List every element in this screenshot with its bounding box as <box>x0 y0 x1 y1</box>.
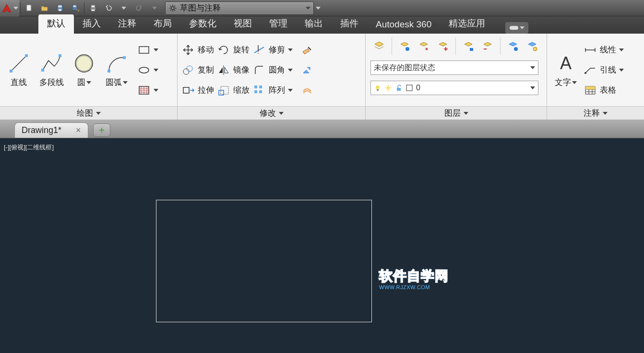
mirror-button[interactable]: 镜像 <box>217 61 250 79</box>
undo-dropdown[interactable] <box>116 1 131 15</box>
rectangle-button[interactable] <box>137 41 158 59</box>
arc-button[interactable]: 圆弧 <box>102 37 131 103</box>
scale-button[interactable]: 缩放 <box>217 82 250 99</box>
svg-rect-29 <box>259 85 262 88</box>
layer-match-button[interactable] <box>479 37 496 55</box>
layer-off-button[interactable] <box>396 37 413 55</box>
svg-rect-38 <box>377 89 379 91</box>
panel-draw: 直线 多段线 圆 圆弧 绘图 <box>0 34 178 120</box>
trim-button[interactable]: 修剪 <box>252 41 293 59</box>
move-button[interactable]: 移动 <box>181 41 214 59</box>
redo-dropdown[interactable] <box>147 1 162 15</box>
document-tab-label: Drawing1* <box>22 125 61 135</box>
watermark-text: 软件自学网 <box>379 267 449 285</box>
print-icon[interactable] <box>85 1 101 15</box>
plus-icon <box>98 126 106 134</box>
tab-annotate[interactable]: 注释 <box>109 14 145 34</box>
svg-rect-32 <box>303 49 309 54</box>
tab-default[interactable]: 默认 <box>38 14 74 34</box>
explode-button[interactable] <box>298 61 316 79</box>
layer-off-icon <box>399 40 410 52</box>
drawing-canvas[interactable]: [-][俯视][二维线框] 软件自学网 WWW.RJZXW.COM <box>0 138 644 353</box>
svg-text:A: A <box>560 53 572 73</box>
layer-freeze-button[interactable] <box>434 37 452 55</box>
table-button[interactable]: 表格 <box>584 82 624 99</box>
dim-linear-button[interactable]: 线性 <box>584 41 624 59</box>
panel-layer: 未保存的图层状态 0 图层 <box>366 34 547 120</box>
tab-insert[interactable]: 插入 <box>74 14 109 34</box>
rotate-icon <box>217 43 230 57</box>
svg-rect-18 <box>107 70 110 73</box>
quick-access-toolbar: 草图与注释 <box>0 0 644 16</box>
svg-point-36 <box>533 47 537 51</box>
workspace-dropdown[interactable]: 草图与注释 <box>165 1 314 15</box>
ribbon: 直线 多段线 圆 圆弧 绘图 移动 <box>0 34 644 120</box>
close-tab-icon[interactable]: × <box>76 125 81 135</box>
array-button[interactable]: 阵列 <box>252 82 293 99</box>
explode-icon <box>301 64 313 76</box>
arc-icon <box>105 52 128 75</box>
tab-manage[interactable]: 管理 <box>261 14 296 34</box>
panel-modify-title[interactable]: 修改 <box>178 106 365 120</box>
panel-annotation-title[interactable]: 注释 <box>547 106 644 120</box>
offset-button[interactable] <box>298 82 316 99</box>
layer-lock-icon <box>463 40 474 52</box>
stretch-button[interactable]: 拉伸 <box>181 82 214 99</box>
new-file-icon[interactable] <box>22 1 37 15</box>
open-file-icon[interactable] <box>37 1 52 15</box>
view-label[interactable]: [-][俯视][二维线框] <box>4 143 54 152</box>
svg-rect-8 <box>91 9 95 11</box>
new-tab-button[interactable] <box>93 123 110 137</box>
trim-icon <box>252 43 266 57</box>
layer-properties-button[interactable] <box>370 37 388 55</box>
document-tab[interactable]: Drawing1* × <box>14 122 88 138</box>
ribbon-tabs: 默认 插入 注释 布局 参数化 视图 管理 输出 插件 Autodesk 360… <box>0 16 644 34</box>
gear-icon <box>168 4 177 12</box>
layer-current-dropdown[interactable]: 0 <box>370 81 538 95</box>
line-icon <box>7 52 30 75</box>
tab-featured[interactable]: 精选应用 <box>440 14 494 34</box>
svg-rect-41 <box>406 85 412 91</box>
tab-output[interactable]: 输出 <box>296 14 332 34</box>
tab-layout[interactable]: 布局 <box>145 14 180 34</box>
layer-state-dropdown[interactable]: 未保存的图层状态 <box>370 61 538 75</box>
copy-button[interactable]: 复制 <box>181 61 214 79</box>
tab-addins[interactable]: 插件 <box>332 14 367 34</box>
panel-layer-title[interactable]: 图层 <box>366 106 547 120</box>
layer-isolate-button[interactable] <box>415 37 432 55</box>
erase-button[interactable] <box>298 41 316 59</box>
ribbon-minimize[interactable] <box>505 22 528 34</box>
save-icon[interactable] <box>52 1 68 15</box>
svg-rect-30 <box>254 90 257 93</box>
rectangle-icon <box>137 43 151 57</box>
polyline-button[interactable]: 多段线 <box>36 37 66 103</box>
layer-previous-button[interactable] <box>524 37 541 55</box>
workspace-label: 草图与注释 <box>180 2 221 13</box>
ellipse-button[interactable] <box>137 61 158 79</box>
layers-icon <box>373 40 385 52</box>
svg-point-16 <box>75 55 93 72</box>
panel-annotation: A 文字 线性 引线 表格 注释 <box>547 34 644 120</box>
tab-parametric[interactable]: 参数化 <box>180 14 225 34</box>
hatch-icon <box>137 84 151 97</box>
svg-rect-7 <box>91 5 95 8</box>
app-logo-menu[interactable] <box>0 0 19 16</box>
undo-icon[interactable] <box>101 1 116 15</box>
rotate-button[interactable]: 旋转 <box>217 41 250 59</box>
text-button[interactable]: A 文字 <box>551 37 581 103</box>
layer-lock-button[interactable] <box>460 37 477 55</box>
circle-button[interactable]: 圆 <box>69 37 99 103</box>
tab-autodesk360[interactable]: Autodesk 360 <box>367 16 440 34</box>
tab-view[interactable]: 视图 <box>225 14 261 34</box>
fillet-button[interactable]: 圆角 <box>252 61 293 79</box>
svg-line-11 <box>11 56 26 71</box>
leader-button[interactable]: 引线 <box>584 61 624 79</box>
line-button[interactable]: 直线 <box>4 37 34 103</box>
svg-rect-19 <box>123 56 126 59</box>
hatch-button[interactable] <box>137 82 158 99</box>
panel-draw-title[interactable]: 绘图 <box>0 106 177 120</box>
save-as-icon[interactable] <box>68 1 83 15</box>
layer-make-current-button[interactable] <box>504 37 522 55</box>
redo-icon[interactable] <box>131 1 147 15</box>
qat-overflow-icon[interactable] <box>314 1 322 15</box>
